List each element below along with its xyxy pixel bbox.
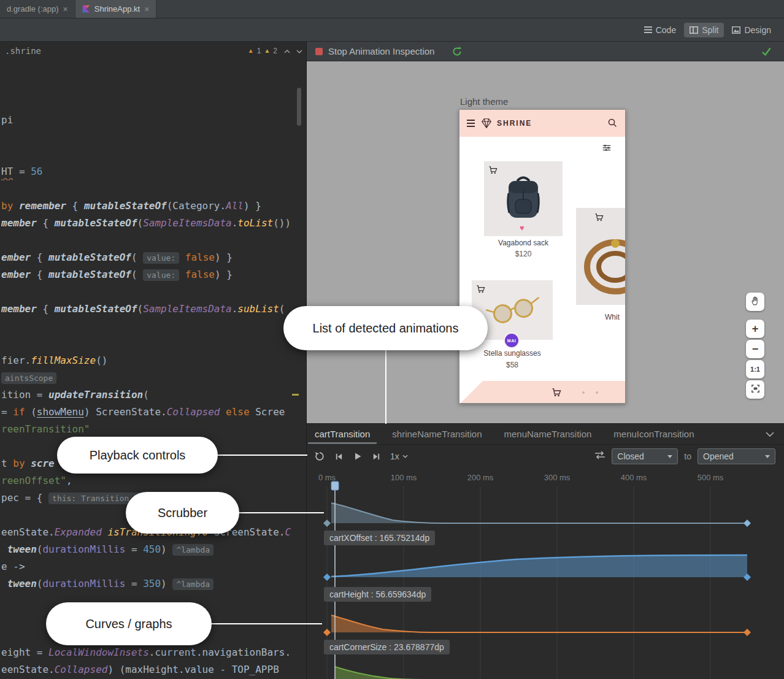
view-mode-code[interactable]: Code: [639, 23, 682, 37]
to-label: to: [684, 451, 691, 461]
animation-tab-menuIconTransition[interactable]: menuIconTransition: [607, 424, 701, 444]
code-line: eight = LocalWindowInsets.current.naviga…: [1, 644, 307, 661]
code-token: ^lambda: [172, 578, 213, 590]
split-view-icon: [690, 26, 698, 34]
next-warning-icon[interactable]: [296, 42, 302, 60]
warning-count: 1: [257, 42, 261, 60]
code-token: ition =: [1, 389, 48, 401]
breadcrumb[interactable]: .shrine: [5, 46, 41, 56]
ruler-tick-label: 0 ms: [318, 473, 336, 482]
code-line: by remember { mutableStateOf(Category.Al…: [1, 198, 307, 215]
close-icon[interactable]: ×: [144, 5, 149, 13]
add-to-cart-icon[interactable]: [476, 285, 485, 294]
code-token: SampleItemsData: [143, 217, 232, 229]
code-token: ,: [66, 475, 72, 486]
code-token: reenTransition": [1, 423, 90, 435]
code-token: {: [42, 303, 54, 315]
code-token: member: [1, 303, 42, 315]
play-button[interactable]: [353, 451, 363, 461]
code-token: .current.navigationBars.: [149, 646, 291, 658]
inspections-widget[interactable]: ▲ 1 ▲ 2: [248, 42, 302, 60]
prev-warning-icon[interactable]: [284, 42, 290, 60]
animation-tab-menuNameTransition[interactable]: menuNameTransition: [497, 424, 598, 444]
code-editor[interactable]: .shrine ▲ 1 ▲ 2 piHT = 56by remember { m…: [0, 42, 307, 679]
swap-states-icon[interactable]: [594, 451, 605, 462]
heart-icon: ♥: [520, 223, 525, 232]
code-token: pec = {: [1, 492, 48, 504]
loop-playback-button[interactable]: [314, 451, 325, 462]
code-token: .: [232, 303, 238, 315]
search-icon[interactable]: [607, 118, 618, 128]
skip-to-end-button[interactable]: [372, 452, 381, 461]
animation-tab-shrineNameTransition[interactable]: shrineNameTransition: [385, 424, 488, 444]
ruler-tick-label: 500 ms: [698, 473, 724, 482]
warning-icon: ▲: [248, 48, 254, 54]
code-token: tween: [1, 543, 37, 555]
code-token: (: [137, 303, 144, 315]
code-token: Expanded: [55, 526, 108, 538]
editor-breadcrumb-row: .shrine ▲ 1 ▲ 2: [0, 42, 306, 60]
code-token: value:: [143, 269, 179, 281]
cart-bottom-bar[interactable]: [459, 381, 625, 404]
code-token: (: [279, 303, 285, 315]
cart-icon[interactable]: [551, 388, 561, 397]
code-line: ember { mutableStateOf( value: false) }: [1, 266, 307, 283]
code-token: ) }: [215, 251, 233, 263]
tab-label: cartTransition: [315, 429, 370, 439]
add-to-cart-icon[interactable]: [594, 213, 604, 222]
code-token: {: [42, 217, 54, 229]
code-line: pi: [1, 112, 307, 129]
animation-tab-cartTransition[interactable]: cartTransition: [308, 424, 377, 444]
close-icon[interactable]: ×: [63, 5, 68, 13]
code-token: tween: [1, 578, 37, 589]
editor-scrollbar[interactable]: [297, 88, 301, 126]
refresh-icon[interactable]: [452, 46, 463, 57]
zoom-in-button[interactable]: +: [746, 320, 764, 338]
code-line: eenState.Collapsed) (maxHeight.value - T…: [1, 661, 307, 678]
code-line: [1, 94, 307, 112]
product-image-belt[interactable]: [576, 208, 626, 305]
tab-label: shrineNameTransition: [392, 429, 482, 439]
code-lines[interactable]: piHT = 56by remember { mutableStateOf(Ca…: [1, 60, 307, 678]
from-state-select[interactable]: Closed: [612, 448, 678, 464]
playback-speed-select[interactable]: 1x: [390, 451, 408, 461]
chevron-down-icon: [402, 455, 408, 458]
view-mode-label: Design: [744, 25, 771, 35]
warning-stripe-mark[interactable]: [292, 394, 299, 396]
animation-timeline[interactable]: 0 ms 100 ms 200 ms 300 ms 400 ms 500 ms …: [307, 468, 784, 679]
code-token: value:: [143, 252, 179, 264]
code-token: =: [125, 578, 143, 589]
view-mode-design[interactable]: Design: [726, 23, 777, 37]
tab-shrineapp-kt[interactable]: ShrineApp.kt ×: [75, 0, 157, 18]
skip-to-start-button[interactable]: [334, 452, 344, 461]
to-state-select[interactable]: Opened: [698, 448, 775, 464]
chevron-down-icon[interactable]: [766, 432, 774, 437]
code-token: [179, 251, 185, 263]
stop-animation-inspection-button[interactable]: Stop Animation Inspection: [328, 46, 434, 56]
add-to-cart-icon[interactable]: [488, 166, 498, 175]
code-line: e ->: [1, 558, 307, 575]
zoom-to-fit-button[interactable]: [746, 380, 764, 399]
code-token: mutableStateOf: [48, 269, 131, 280]
filter-tune-icon[interactable]: [602, 143, 612, 153]
zoom-one-to-one-button[interactable]: 1:1: [746, 360, 764, 378]
menu-icon[interactable]: [467, 120, 475, 127]
code-token: by: [13, 458, 31, 469]
code-token: {: [37, 269, 48, 280]
scrubber-handle: [331, 481, 339, 490]
weak-warning-icon: ▲: [264, 48, 270, 54]
code-token: ): [161, 543, 172, 555]
code-token: eenState.: [1, 526, 55, 538]
zoom-out-button[interactable]: −: [746, 340, 764, 358]
code-token: aintsScope: [1, 372, 56, 384]
tab-build-gradle[interactable]: d.gradle (:app) ×: [0, 0, 75, 18]
product-name: Vagabond sack: [484, 239, 563, 247]
android-studio-window: d.gradle (:app) × ShrineApp.kt × Code: [0, 0, 784, 679]
code-line: HT = 56: [1, 163, 307, 180]
view-mode-split[interactable]: Split: [684, 23, 724, 37]
playback-controls-row: 1x Closed to Opened: [307, 445, 784, 468]
code-line: [1, 60, 307, 77]
code-view-icon: [644, 26, 652, 33]
code-token: fillMaxSize: [31, 355, 96, 366]
pan-tool-button[interactable]: [746, 293, 764, 311]
